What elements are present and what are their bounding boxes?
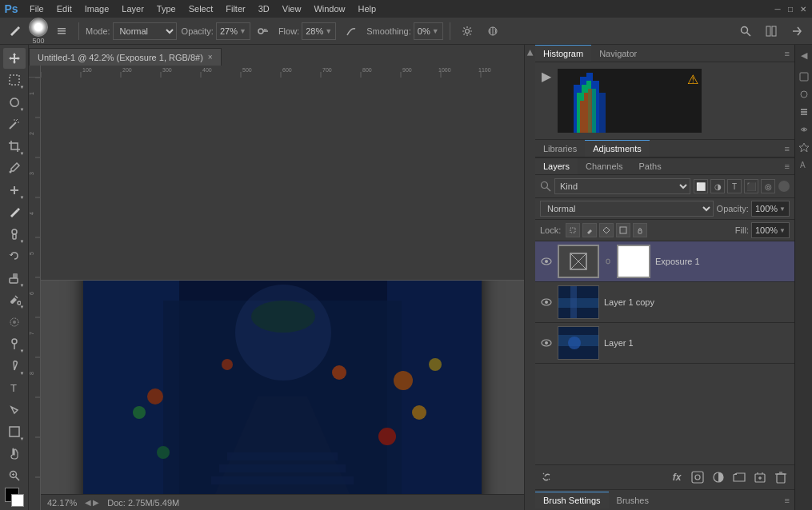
libraries-tab[interactable]: Libraries bbox=[535, 141, 585, 157]
histogram-warning-icon[interactable]: ⚠ bbox=[687, 72, 698, 87]
layer-item-exposure1[interactable]: Exposure 1 bbox=[535, 241, 794, 282]
histogram-play-icon[interactable]: ▶ bbox=[542, 69, 551, 84]
filter-smart-icon[interactable]: ◎ bbox=[761, 179, 775, 193]
paint-bucket-tool[interactable]: ▼ bbox=[3, 290, 26, 311]
strip-icon-2[interactable] bbox=[797, 87, 811, 102]
minimize-button[interactable]: ─ bbox=[772, 3, 783, 14]
histogram-tab[interactable]: Histogram bbox=[535, 45, 591, 62]
filter-type-icon[interactable]: T bbox=[727, 179, 742, 193]
blur-tool[interactable] bbox=[3, 312, 26, 333]
menu-help[interactable]: Help bbox=[353, 2, 382, 15]
menu-3d[interactable]: 3D bbox=[253, 2, 275, 15]
layer-visibility-layer1[interactable] bbox=[540, 337, 553, 349]
filter-toggle[interactable] bbox=[778, 181, 790, 192]
menu-select[interactable]: Select bbox=[183, 2, 219, 15]
zoom-tool[interactable] bbox=[3, 466, 26, 487]
shape-tool[interactable]: ▼ bbox=[3, 422, 26, 443]
menu-window[interactable]: Window bbox=[308, 2, 350, 15]
strip-icon-1[interactable] bbox=[797, 70, 811, 84]
status-arrows[interactable]: ◀ ▶ bbox=[85, 498, 99, 507]
panel-collapse-btn[interactable]: ◀ bbox=[526, 50, 534, 56]
menu-type[interactable]: Type bbox=[151, 2, 182, 15]
tab-close[interactable]: × bbox=[208, 53, 213, 62]
fx-btn[interactable]: fx bbox=[668, 468, 686, 486]
channels-tab[interactable]: Channels bbox=[578, 158, 630, 174]
menu-view[interactable]: View bbox=[277, 2, 307, 15]
close-button[interactable]: ✕ bbox=[798, 3, 809, 14]
add-mask-btn[interactable] bbox=[689, 468, 706, 486]
layers-tab[interactable]: Layers bbox=[535, 158, 578, 174]
share-icon[interactable] bbox=[786, 21, 807, 42]
canvas-viewport[interactable] bbox=[41, 281, 524, 495]
path-selection-tool[interactable] bbox=[3, 400, 26, 420]
magic-wand-tool[interactable] bbox=[3, 114, 26, 135]
opacity-value-input[interactable]: 100% ▼ bbox=[751, 201, 790, 217]
symmetry-icon[interactable] bbox=[482, 21, 503, 42]
layer-mode-select[interactable]: Normal bbox=[540, 201, 714, 217]
layer-visibility-exposure1[interactable] bbox=[540, 255, 553, 268]
layer-item-layer1copy[interactable]: Layer 1 copy bbox=[535, 282, 794, 323]
hand-tool[interactable] bbox=[3, 444, 26, 464]
strip-icon-5[interactable] bbox=[797, 140, 811, 154]
brush-settings-tab[interactable]: Brush Settings bbox=[535, 492, 609, 508]
type-tool[interactable]: T bbox=[3, 378, 26, 399]
adj-menu-icon[interactable]: ≡ bbox=[780, 141, 794, 157]
search-icon[interactable] bbox=[735, 21, 756, 42]
smoothing-pen-icon[interactable] bbox=[341, 21, 362, 42]
menu-layer[interactable]: Layer bbox=[116, 2, 150, 15]
new-layer-btn[interactable] bbox=[751, 468, 769, 486]
paths-tab[interactable]: Paths bbox=[631, 158, 670, 174]
strip-icon-6[interactable]: A bbox=[797, 157, 811, 172]
eyedropper-tool[interactable] bbox=[3, 158, 26, 179]
lock-transparency-icon[interactable] bbox=[566, 223, 580, 237]
brush-size-preview[interactable]: 500 bbox=[29, 18, 48, 45]
brushes-tab[interactable]: Brushes bbox=[609, 492, 657, 508]
lock-position-icon[interactable] bbox=[599, 223, 614, 237]
crop-tool[interactable]: ▼ bbox=[3, 136, 26, 157]
clone-stamp-tool[interactable]: ▼ bbox=[3, 224, 26, 245]
history-brush-tool[interactable] bbox=[3, 246, 26, 267]
pen-tool[interactable]: ▼ bbox=[3, 356, 26, 377]
airbrush-icon[interactable] bbox=[253, 21, 274, 42]
settings-icon[interactable] bbox=[457, 21, 478, 42]
brush-tool-left[interactable] bbox=[3, 202, 26, 223]
eraser-tool[interactable]: ▼ bbox=[3, 268, 26, 289]
opacity-input-group[interactable]: 27% ▼ bbox=[216, 22, 250, 40]
menu-image[interactable]: Image bbox=[79, 2, 115, 15]
filter-pixel-icon[interactable]: ⬜ bbox=[694, 179, 708, 193]
adjustments-tab[interactable]: Adjustments bbox=[585, 140, 650, 157]
flow-input-group[interactable]: 28% ▼ bbox=[302, 22, 336, 40]
lock-artboard-icon[interactable] bbox=[616, 223, 630, 237]
maximize-button[interactable]: □ bbox=[785, 3, 796, 14]
menu-filter[interactable]: Filter bbox=[220, 2, 250, 15]
mode-select[interactable]: Normal bbox=[113, 22, 177, 40]
move-tool[interactable] bbox=[3, 48, 26, 69]
delete-layer-btn[interactable] bbox=[772, 468, 790, 486]
filter-shape-icon[interactable]: ⬛ bbox=[744, 179, 758, 193]
fill-value-input[interactable]: 100% ▼ bbox=[751, 222, 790, 238]
menu-edit[interactable]: Edit bbox=[51, 2, 78, 15]
panels-icon[interactable] bbox=[761, 21, 782, 42]
lock-paint-icon[interactable] bbox=[582, 223, 597, 237]
strip-icon-3[interactable] bbox=[797, 105, 811, 119]
histogram-menu-icon[interactable]: ≡ bbox=[780, 46, 794, 62]
adjustment-btn[interactable] bbox=[710, 468, 727, 486]
dodge-tool[interactable]: ▼ bbox=[3, 334, 26, 355]
strip-icon-4[interactable] bbox=[797, 122, 811, 137]
brush-options-icon[interactable] bbox=[51, 21, 72, 42]
selection-tool[interactable]: ▼ bbox=[3, 70, 26, 91]
strip-collapse-icon[interactable]: ◀ bbox=[797, 48, 811, 62]
filter-adjustment-icon[interactable]: ◑ bbox=[710, 179, 725, 193]
canvas-tab[interactable]: Untitled-1 @ 42.2% (Exposure 1, RGB/8#) … bbox=[29, 48, 222, 66]
navigator-tab[interactable]: Navigator bbox=[591, 46, 645, 62]
menu-file[interactable]: File bbox=[24, 2, 50, 15]
group-btn[interactable] bbox=[730, 468, 748, 486]
layer-item-layer1[interactable]: Layer 1 bbox=[535, 323, 794, 364]
brush-tool-icon[interactable] bbox=[5, 21, 26, 42]
lasso-tool[interactable]: ▼ bbox=[3, 92, 26, 113]
color-wells[interactable] bbox=[5, 488, 24, 507]
layers-link-btn[interactable] bbox=[540, 470, 553, 484]
layers-kind-select[interactable]: Kind bbox=[554, 178, 690, 194]
lock-all-icon[interactable] bbox=[633, 223, 647, 237]
layers-menu-icon[interactable]: ≡ bbox=[780, 158, 794, 174]
